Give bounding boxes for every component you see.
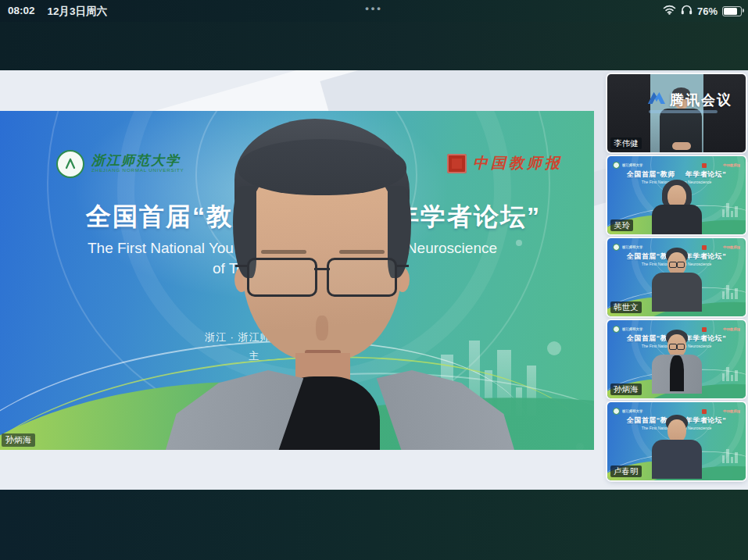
main-speaker-name-label: 孙炳海 xyxy=(2,433,35,447)
status-left: 08:02 12月3日周六 xyxy=(8,5,107,19)
participant-name-label: 韩世文 xyxy=(610,301,642,313)
wifi-icon xyxy=(663,5,676,17)
date-label: 12月3日周六 xyxy=(48,5,108,19)
headset-icon xyxy=(681,5,693,17)
mini-ctd-logo: 中国教师报 xyxy=(702,161,740,169)
main-speaker-video[interactable]: 浙江师范大学 ZHEJIANG NORMAL UNIVERSITY 中国教师报 … xyxy=(0,111,594,450)
participant-tile-wuling[interactable]: 浙江师范大学 中国教师报 全国首届“教师年学者论坛” The First Nat… xyxy=(607,156,746,234)
participant-figure xyxy=(642,248,712,316)
tencent-meeting-watermark: 腾讯会议 xyxy=(646,88,732,112)
participant-figure xyxy=(642,415,712,480)
slide-bubble xyxy=(516,240,522,246)
status-right: 76% xyxy=(663,5,742,17)
top-letterbox-band xyxy=(0,22,748,70)
participant-tile-hanshiwen[interactable]: 浙江师范大学 中国教师报 全国首届“教师年学者论坛” The First Nat… xyxy=(607,238,746,316)
participant-name-label: 吴玲 xyxy=(610,219,633,231)
mini-city xyxy=(722,367,738,381)
participant-tile-liweijian[interactable]: 李伟健 xyxy=(607,74,746,152)
tencent-meeting-brand-text: 腾讯会议 xyxy=(670,91,732,109)
participant-figure xyxy=(642,180,712,234)
participant-tile-luchunming[interactable]: 浙江师范大学 中国教师报 全国首届“教师年学者论坛” The First Nat… xyxy=(607,402,746,480)
participant-name-label: 李伟健 xyxy=(610,137,642,149)
clock: 08:02 xyxy=(8,5,35,19)
speaker-figure xyxy=(166,119,514,450)
status-bar: 08:02 12月3日周六 ••• 76% xyxy=(0,0,748,22)
speaker-glasses xyxy=(247,258,397,297)
watermark-subtext-blur xyxy=(649,110,718,113)
mini-forum-title: 全国首届“教师年学者论坛” xyxy=(607,169,746,180)
zjnu-emblem-icon xyxy=(56,150,84,178)
speaker-eyebrow xyxy=(339,250,385,254)
speaker-eyebrow xyxy=(261,250,306,254)
speaker-nose-shadow xyxy=(316,316,328,341)
mini-zjnu-logo: 浙江师范大学 xyxy=(613,161,660,169)
tencent-meeting-logo-icon xyxy=(646,88,667,112)
participant-figure xyxy=(642,330,712,398)
participant-name-label: 卢春明 xyxy=(610,465,642,477)
battery-percent: 76% xyxy=(697,5,718,17)
mini-city xyxy=(722,203,738,217)
participant-hands xyxy=(672,142,691,150)
battery-icon xyxy=(722,6,742,16)
speaker-hair-fringe xyxy=(238,139,406,195)
mini-city xyxy=(722,285,738,299)
participant-name-label: 孙炳海 xyxy=(610,383,642,395)
mini-city xyxy=(722,449,738,463)
participant-tile-sunbinghai[interactable]: 浙江师范大学 中国教师报 全国首届“教师年学者论坛” The First Nat… xyxy=(607,320,746,398)
bottom-letterbox-band xyxy=(0,490,748,560)
home-indicator-dots[interactable]: ••• xyxy=(365,2,383,14)
